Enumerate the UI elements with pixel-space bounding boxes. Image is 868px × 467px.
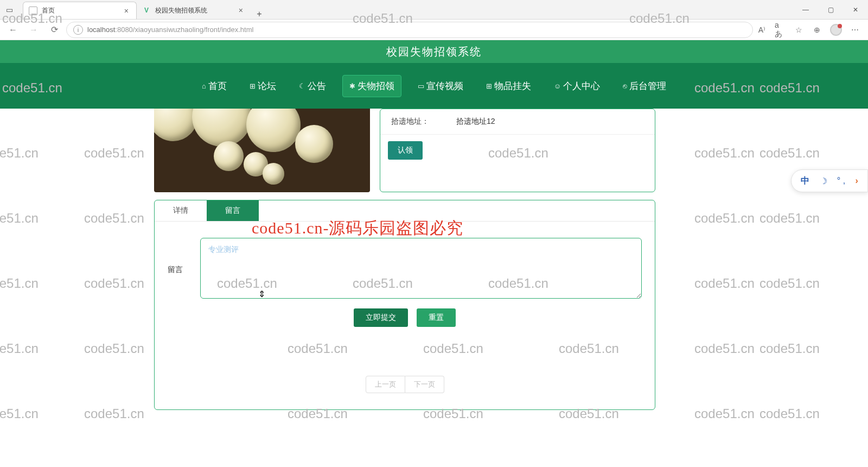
info-row-address: 拾遗地址： 拾遗地址12	[380, 109, 655, 135]
site-title: 校园失物招领系统	[386, 45, 482, 59]
nav-notice[interactable]: ☾公告	[292, 75, 333, 97]
home-icon: ⌂	[202, 82, 206, 90]
nav-admin[interactable]: ⎋后台管理	[616, 75, 673, 97]
main-nav: ⌂首页 ⊞论坛 ☾公告 ✱失物招领 ▭宣传视频 ⊞物品挂失 ☺个人中心 ⎋后台管…	[0, 63, 868, 109]
page-next-button[interactable]: 下一页	[405, 376, 444, 393]
browser-tab-2[interactable]: V 校园失物招领系统 ×	[137, 2, 251, 19]
admin-icon: ⎋	[623, 82, 627, 90]
profile-icon: ☺	[554, 82, 561, 90]
info-label: 拾遗地址：	[391, 117, 456, 127]
item-photo	[154, 109, 370, 192]
profile-avatar-icon[interactable]	[830, 24, 842, 36]
comment-textarea[interactable]	[200, 238, 642, 299]
info-value: 拾遗地址12	[456, 117, 495, 127]
nav-home[interactable]: ⌂首页	[195, 75, 233, 97]
item-info-card: 拾遗地址： 拾遗地址12 认领	[380, 109, 655, 192]
forum-icon: ⊞	[250, 82, 256, 90]
tab-favicon-vue-icon: V	[142, 6, 151, 15]
tab-actions-button[interactable]: ▭	[0, 0, 18, 19]
tab-title: 校园失物招领系统	[155, 6, 207, 15]
claim-button[interactable]: 认领	[388, 141, 423, 160]
favorites-icon[interactable]: ☆	[793, 24, 804, 35]
reset-button[interactable]: 重置	[417, 308, 456, 327]
tab-comment[interactable]: 留言	[207, 200, 259, 221]
lostreport-icon: ⊞	[486, 82, 492, 90]
url-field[interactable]: i localhost:8080/xiaoyuansiwuzhaoling/fr…	[66, 22, 753, 38]
submit-button[interactable]: 立即提交	[354, 308, 408, 327]
tab-favicon-doc-icon	[29, 7, 37, 15]
ime-moon-icon[interactable]: ☽	[820, 176, 827, 186]
nav-lostfound[interactable]: ✱失物招领	[342, 75, 401, 97]
tab-title: 首页	[42, 6, 55, 15]
ime-punct-icon[interactable]: ° ,	[837, 176, 845, 186]
nav-profile[interactable]: ☺个人中心	[547, 75, 607, 97]
detail-panel: 详情 留言 留言 立即提交 重置 上一页 下一页	[154, 200, 655, 410]
comment-label: 留言	[168, 238, 189, 275]
video-icon: ▭	[418, 82, 424, 90]
site-info-icon[interactable]: i	[73, 25, 83, 35]
ime-expand-icon[interactable]: ›	[856, 176, 858, 186]
tab-detail[interactable]: 详情	[155, 200, 207, 221]
url-text: localhost:8080/xiaoyuansiwuzhaoling/fron…	[87, 26, 253, 34]
tab-close-icon[interactable]: ×	[237, 6, 245, 15]
browser-tab-strip: ▭ 首页 × V 校园失物招领系统 × + — ▢ ✕	[0, 0, 868, 20]
site-title-bar: 校园失物招领系统	[0, 40, 868, 63]
ime-lang-icon[interactable]: 中	[801, 175, 809, 187]
ime-toolbar[interactable]: 中 ☽ ° , ›	[791, 169, 868, 192]
panel-tabs: 详情 留言	[155, 200, 655, 222]
browser-tab-1[interactable]: 首页 ×	[23, 2, 137, 19]
window-maximize-icon[interactable]: ▢	[818, 0, 843, 19]
new-tab-button[interactable]: +	[251, 9, 268, 19]
translate-icon[interactable]: aあ	[775, 24, 786, 35]
pagination: 上一页 下一页	[168, 376, 642, 393]
collections-icon[interactable]: ⊕	[812, 24, 822, 35]
read-aloud-icon[interactable]: A⁾	[756, 24, 767, 35]
notice-icon: ☾	[299, 82, 305, 90]
lostfound-icon: ✱	[349, 82, 355, 90]
window-minimize-icon[interactable]: —	[793, 0, 818, 19]
nav-video[interactable]: ▭宣传视频	[411, 75, 470, 97]
nav-back-icon[interactable]: ←	[4, 21, 22, 39]
page-prev-button[interactable]: 上一页	[366, 376, 405, 393]
more-icon[interactable]: ⋯	[850, 24, 860, 35]
nav-refresh-icon[interactable]: ⟳	[46, 21, 63, 39]
nav-lostreport[interactable]: ⊞物品挂失	[480, 75, 538, 97]
nav-forum[interactable]: ⊞论坛	[243, 75, 283, 97]
browser-address-bar: ← → ⟳ i localhost:8080/xiaoyuansiwuzhaol…	[0, 20, 868, 40]
window-close-icon[interactable]: ✕	[843, 0, 868, 19]
nav-forward-icon: →	[25, 21, 42, 39]
tab-close-icon[interactable]: ×	[122, 7, 131, 15]
